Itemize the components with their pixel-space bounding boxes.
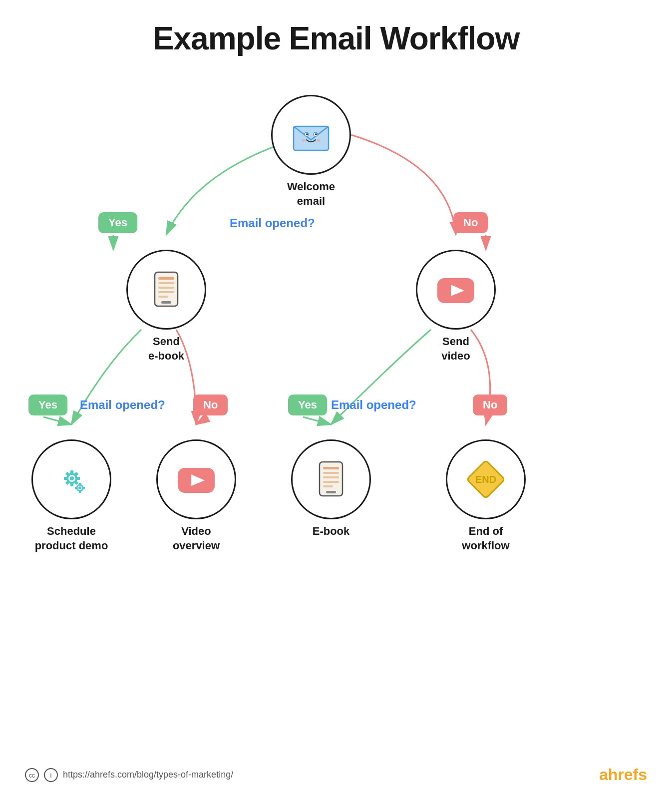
svg-rect-20: [158, 296, 168, 298]
page-title: Example Email Workflow: [0, 0, 672, 57]
svg-line-7: [486, 417, 488, 424]
video-icon: [433, 267, 478, 312]
svg-point-13: [302, 139, 306, 142]
ebookend-circle: [291, 439, 371, 519]
svg-point-12: [315, 133, 317, 135]
svg-rect-26: [70, 470, 73, 474]
svg-point-25: [70, 476, 74, 480]
schedule-label: Schedule product demo: [35, 524, 108, 553]
badge-yes3: Yes: [288, 395, 327, 415]
svg-point-35: [78, 486, 81, 489]
video-overview-icon: [174, 457, 219, 502]
badge-yes1: Yes: [98, 212, 137, 233]
badge-no2: No: [193, 395, 228, 415]
footer-brand: ahrefs: [599, 766, 647, 784]
video-label: Send video: [441, 335, 470, 363]
svg-text:i: i: [50, 772, 52, 779]
videoov-label: Video overview: [173, 524, 220, 553]
svg-text:cc: cc: [29, 772, 35, 779]
svg-point-14: [317, 139, 321, 142]
email-icon: [289, 112, 334, 157]
svg-line-6: [303, 417, 331, 424]
info-icon: i: [44, 768, 58, 782]
svg-rect-37: [79, 490, 81, 493]
ebook-label: Send e-book: [148, 335, 184, 363]
svg-rect-43: [323, 467, 339, 469]
ebookend-label: E-book: [313, 524, 350, 539]
svg-rect-38: [75, 487, 77, 489]
question1: Email opened?: [230, 216, 315, 230]
svg-line-4: [43, 417, 71, 424]
svg-rect-29: [76, 477, 80, 480]
svg-rect-27: [70, 483, 73, 486]
svg-text:END: END: [475, 474, 496, 485]
ebook-node: Send e-book: [126, 250, 206, 363]
svg-rect-28: [64, 477, 67, 480]
footer: cc i https://ahrefs.com/blog/types-of-ma…: [25, 766, 647, 784]
welcome-label: Welcome email: [287, 180, 335, 208]
badge-yes2: Yes: [28, 395, 67, 415]
footer-left: cc i https://ahrefs.com/blog/types-of-ma…: [25, 768, 233, 782]
question2: Email opened?: [80, 398, 165, 412]
welcome-circle: [271, 95, 351, 175]
videoov-node: Video overview: [156, 439, 236, 553]
badge-no1: No: [453, 212, 488, 233]
ebook-icon: [144, 267, 189, 312]
ebook-circle: [126, 250, 206, 330]
svg-rect-39: [82, 487, 85, 489]
ebookend-node: E-book: [291, 439, 371, 539]
diagram-container: Welcome email Yes No Email opened?: [0, 65, 672, 779]
end-circle: END: [446, 439, 526, 519]
brand-text: ahrefs: [599, 766, 647, 784]
end-icon: END: [463, 457, 508, 502]
svg-rect-18: [158, 287, 174, 289]
gear-icon: [49, 457, 94, 502]
svg-rect-17: [158, 282, 174, 284]
question3: Email opened?: [331, 398, 416, 412]
end-label: End of workflow: [462, 524, 509, 553]
svg-rect-16: [158, 277, 174, 280]
svg-line-5: [196, 417, 208, 424]
svg-rect-21: [161, 301, 171, 304]
end-node: END End of workflow: [446, 439, 526, 553]
cc-icon: cc: [25, 768, 39, 782]
svg-rect-19: [158, 291, 174, 293]
badge-no3: No: [473, 395, 507, 415]
svg-rect-47: [323, 485, 333, 487]
welcome-node: Welcome email: [271, 95, 351, 208]
schedule-node: Schedule product demo: [31, 439, 111, 553]
video-circle: [416, 250, 496, 330]
svg-rect-44: [323, 472, 339, 474]
svg-rect-46: [323, 481, 339, 483]
ebook2-icon: [309, 457, 353, 502]
svg-rect-45: [323, 476, 339, 478]
schedule-circle: [31, 439, 111, 519]
svg-point-11: [306, 133, 308, 135]
videoov-circle: [156, 439, 236, 519]
svg-rect-48: [326, 491, 336, 493]
footer-url: https://ahrefs.com/blog/types-of-marketi…: [63, 770, 233, 780]
svg-rect-36: [79, 483, 81, 485]
video-node: Send video: [416, 250, 496, 363]
